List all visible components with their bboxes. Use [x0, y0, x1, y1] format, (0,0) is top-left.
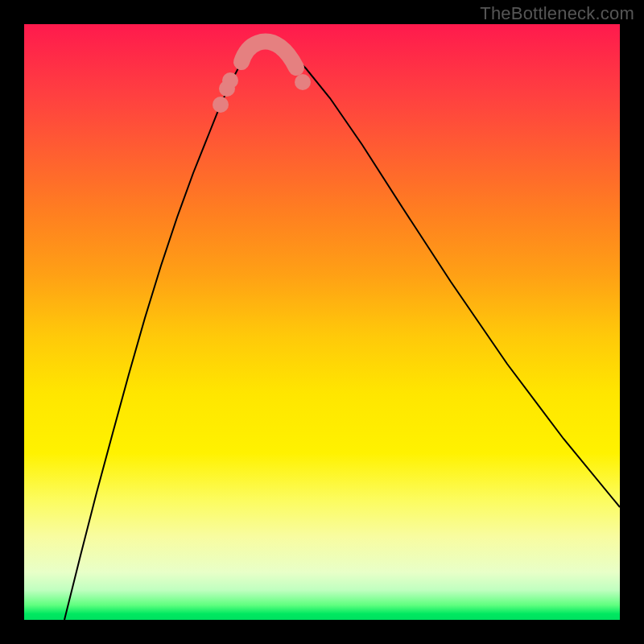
chart-frame: TheBottleneck.com: [0, 0, 644, 644]
u-shape-marker: [242, 42, 296, 68]
right-dot: [295, 74, 311, 90]
plot-area: [24, 24, 620, 620]
left-dot: [222, 72, 238, 89]
left-dot: [213, 97, 229, 113]
right-curve: [266, 39, 620, 507]
left-curve: [64, 39, 266, 620]
curves-svg: [24, 24, 620, 620]
left-dots-group: [213, 72, 238, 113]
watermark-text: TheBottleneck.com: [480, 3, 634, 24]
